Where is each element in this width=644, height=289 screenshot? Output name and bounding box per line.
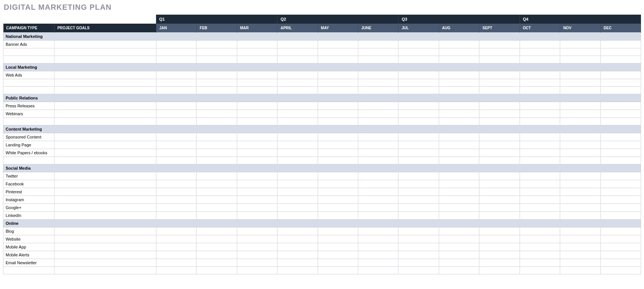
month-cell[interactable]	[439, 212, 479, 220]
month-cell[interactable]	[358, 227, 399, 235]
month-cell[interactable]	[156, 79, 196, 87]
month-cell[interactable]	[197, 243, 237, 251]
month-cell[interactable]	[156, 110, 196, 118]
month-cell[interactable]	[600, 110, 641, 118]
campaign-cell[interactable]: LinkedIn	[3, 212, 55, 220]
month-cell[interactable]	[520, 87, 560, 94]
month-cell[interactable]	[156, 267, 196, 274]
goals-cell[interactable]	[54, 110, 156, 118]
month-cell[interactable]	[560, 212, 600, 220]
month-cell[interactable]	[560, 102, 600, 110]
month-cell[interactable]	[277, 243, 318, 251]
month-cell[interactable]	[520, 157, 560, 164]
month-cell[interactable]	[318, 149, 358, 157]
month-cell[interactable]	[479, 71, 520, 79]
month-cell[interactable]	[439, 251, 479, 259]
month-cell[interactable]	[197, 196, 237, 204]
campaign-cell[interactable]: Facebook	[3, 180, 55, 188]
campaign-cell[interactable]: Webinars	[3, 110, 55, 118]
month-cell[interactable]	[197, 188, 237, 196]
month-cell[interactable]	[358, 212, 399, 220]
month-cell[interactable]	[277, 71, 318, 79]
month-cell[interactable]	[197, 172, 237, 180]
month-cell[interactable]	[197, 87, 237, 94]
goals-cell[interactable]	[54, 133, 156, 141]
month-cell[interactable]	[399, 172, 439, 180]
month-cell[interactable]	[520, 204, 560, 212]
month-cell[interactable]	[600, 227, 641, 235]
month-cell[interactable]	[358, 235, 399, 243]
month-cell[interactable]	[277, 149, 318, 157]
month-cell[interactable]	[479, 180, 520, 188]
month-cell[interactable]	[197, 149, 237, 157]
month-cell[interactable]	[277, 41, 318, 48]
month-cell[interactable]	[600, 102, 641, 110]
month-cell[interactable]	[156, 102, 196, 110]
month-cell[interactable]	[197, 157, 237, 164]
month-cell[interactable]	[277, 87, 318, 94]
month-cell[interactable]	[600, 149, 641, 157]
month-cell[interactable]	[318, 227, 358, 235]
month-cell[interactable]	[479, 196, 520, 204]
month-cell[interactable]	[358, 180, 399, 188]
month-cell[interactable]	[156, 251, 196, 259]
month-cell[interactable]	[197, 56, 237, 63]
month-cell[interactable]	[560, 157, 600, 164]
month-cell[interactable]	[399, 212, 439, 220]
month-cell[interactable]	[439, 204, 479, 212]
month-cell[interactable]	[560, 196, 600, 204]
month-cell[interactable]	[197, 235, 237, 243]
campaign-cell[interactable]: Landing Page	[3, 141, 55, 149]
month-cell[interactable]	[358, 110, 399, 118]
month-cell[interactable]	[479, 227, 520, 235]
month-cell[interactable]	[318, 48, 358, 56]
month-cell[interactable]	[520, 149, 560, 157]
month-cell[interactable]	[600, 71, 641, 79]
month-cell[interactable]	[197, 259, 237, 267]
month-cell[interactable]	[358, 243, 399, 251]
month-cell[interactable]	[560, 110, 600, 118]
month-cell[interactable]	[479, 133, 520, 141]
month-cell[interactable]	[277, 259, 318, 267]
month-cell[interactable]	[358, 71, 399, 79]
month-cell[interactable]	[156, 71, 196, 79]
month-cell[interactable]	[277, 227, 318, 235]
month-cell[interactable]	[237, 79, 277, 87]
month-cell[interactable]	[358, 79, 399, 87]
goals-cell[interactable]	[54, 267, 156, 274]
month-cell[interactable]	[358, 157, 399, 164]
month-cell[interactable]	[600, 41, 641, 48]
month-cell[interactable]	[560, 243, 600, 251]
month-cell[interactable]	[318, 141, 358, 149]
month-cell[interactable]	[520, 110, 560, 118]
month-cell[interactable]	[560, 41, 600, 48]
month-cell[interactable]	[600, 48, 641, 56]
month-cell[interactable]	[277, 196, 318, 204]
month-cell[interactable]	[358, 102, 399, 110]
goals-cell[interactable]	[54, 87, 156, 94]
month-cell[interactable]	[439, 157, 479, 164]
month-cell[interactable]	[156, 204, 196, 212]
month-cell[interactable]	[277, 56, 318, 63]
goals-cell[interactable]	[54, 259, 156, 267]
month-cell[interactable]	[318, 71, 358, 79]
month-cell[interactable]	[358, 188, 399, 196]
month-cell[interactable]	[277, 48, 318, 56]
month-cell[interactable]	[439, 41, 479, 48]
goals-cell[interactable]	[54, 102, 156, 110]
month-cell[interactable]	[439, 102, 479, 110]
month-cell[interactable]	[600, 251, 641, 259]
month-cell[interactable]	[560, 204, 600, 212]
month-cell[interactable]	[197, 267, 237, 274]
month-cell[interactable]	[318, 180, 358, 188]
month-cell[interactable]	[277, 157, 318, 164]
campaign-cell[interactable]: Website	[3, 235, 55, 243]
month-cell[interactable]	[560, 118, 600, 125]
month-cell[interactable]	[156, 141, 196, 149]
month-cell[interactable]	[399, 267, 439, 274]
month-cell[interactable]	[439, 149, 479, 157]
campaign-cell[interactable]	[3, 267, 55, 274]
month-cell[interactable]	[237, 180, 277, 188]
month-cell[interactable]	[277, 212, 318, 220]
month-cell[interactable]	[600, 87, 641, 94]
